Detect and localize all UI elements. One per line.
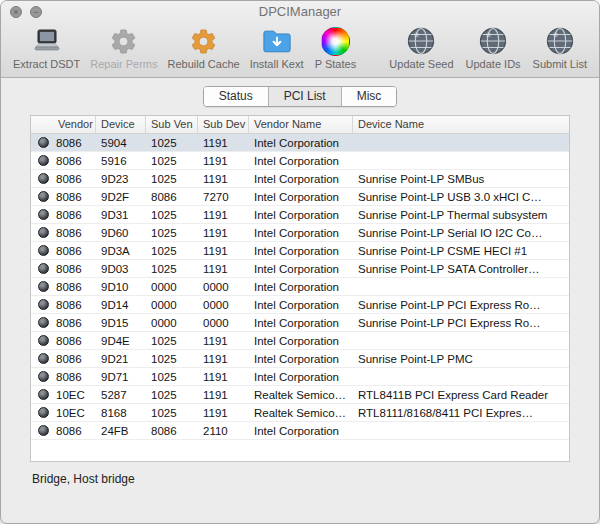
- table-cell-sub-ven: 1025: [146, 209, 198, 221]
- window-chrome: × − DPCIManager Extract DSDT: [1, 1, 599, 78]
- table-cell-vendor-name: Intel Corporation: [249, 155, 353, 167]
- table-cell-sub-ven: 1025: [146, 227, 198, 239]
- table-cell-vendor: 8086: [31, 137, 96, 149]
- table-row[interactable]: 8086 5904 1025 1191 Intel Corporation: [31, 134, 569, 152]
- table-cell-sub-ven: 8086: [146, 191, 198, 203]
- table-row[interactable]: 8086 24FB 8086 2110 Intel Corporation: [31, 422, 569, 440]
- column-header-sub-dev[interactable]: Sub Dev: [198, 116, 249, 133]
- table-cell-sub-ven: 1025: [146, 407, 198, 419]
- table-cell-vendor: 8086: [31, 371, 96, 383]
- p-states-button[interactable]: P States: [313, 25, 357, 70]
- toolbar: Extract DSDT Repair Perms Rebuild Cache: [1, 23, 599, 77]
- table-row[interactable]: 8086 9D14 0000 0000 Intel Corporation Su…: [31, 296, 569, 314]
- table-cell-device: 5916: [96, 155, 146, 167]
- table-cell-sub-dev: 1191: [198, 263, 249, 275]
- table-cell-vendor: 8086: [31, 191, 96, 203]
- table-row[interactable]: 8086 9D03 1025 1191 Intel Corporation Su…: [31, 260, 569, 278]
- table-cell-device-name: Sunrise Point-LP USB 3.0 xHCI C…: [353, 191, 569, 203]
- table-cell-sub-ven: 1025: [146, 155, 198, 167]
- table-cell-sub-ven: 1025: [146, 173, 198, 185]
- toolbar-item-label: Update IDs: [466, 58, 521, 70]
- device-icon: [38, 389, 49, 400]
- table-cell-device-name: Sunrise Point-LP PCI Express Ro…: [353, 317, 569, 329]
- table-cell-device-name: RTL8411B PCI Express Card Reader: [353, 389, 569, 401]
- table-cell-vendor: 8086: [31, 209, 96, 221]
- globe-icon: [406, 25, 436, 57]
- close-button[interactable]: ×: [10, 6, 22, 18]
- table-cell-vendor: 8086: [31, 299, 96, 311]
- table-cell-vendor-name: Intel Corporation: [249, 281, 353, 293]
- toolbar-item-label: P States: [315, 58, 356, 70]
- table-row[interactable]: 8086 9D31 1025 1191 Intel Corporation Su…: [31, 206, 569, 224]
- table-cell-device-name: Sunrise Point-LP PMC: [353, 353, 569, 365]
- table-cell-device: 9D60: [96, 227, 146, 239]
- table-row[interactable]: 10EC 5287 1025 1191 Realtek Semico… RTL8…: [31, 386, 569, 404]
- table-row[interactable]: 10EC 8168 1025 1191 Realtek Semico… RTL8…: [31, 404, 569, 422]
- table-header: Vendor Device Sub Ven Sub Dev Vendor Nam…: [31, 116, 569, 134]
- table-cell-sub-dev: 1191: [198, 245, 249, 257]
- table-cell-vendor: 8086: [31, 317, 96, 329]
- column-header-sub-ven[interactable]: Sub Ven: [146, 116, 198, 133]
- table-cell-device-name: Sunrise Point-LP Thermal subsystem: [353, 209, 569, 221]
- table-cell-device-name: Sunrise Point-LP SMBus: [353, 173, 569, 185]
- table-cell-sub-dev: 1191: [198, 155, 249, 167]
- device-icon: [38, 137, 49, 148]
- table-cell-vendor-name: Realtek Semico…: [249, 407, 353, 419]
- table-row[interactable]: 8086 9D23 1025 1191 Intel Corporation Su…: [31, 170, 569, 188]
- column-header-vendor[interactable]: Vendor: [31, 116, 96, 133]
- table-row[interactable]: 8086 9D21 1025 1191 Intel Corporation Su…: [31, 350, 569, 368]
- table-row[interactable]: 8086 9D3A 1025 1191 Intel Corporation Su…: [31, 242, 569, 260]
- table-row[interactable]: 8086 9D71 1025 1191 Intel Corporation: [31, 368, 569, 386]
- device-icon: [38, 227, 49, 238]
- tab-misc[interactable]: Misc: [341, 87, 397, 106]
- table-row[interactable]: 8086 9D15 0000 0000 Intel Corporation Su…: [31, 314, 569, 332]
- titlebar[interactable]: × − DPCIManager: [1, 1, 599, 23]
- table-body: 8086 5904 1025 1191 Intel Corporation 80…: [31, 134, 569, 461]
- traffic-lights: × −: [10, 6, 42, 18]
- update-ids-button[interactable]: Update IDs: [466, 25, 521, 70]
- device-icon: [38, 191, 49, 202]
- toolbar-item-label: Install Kext: [250, 58, 304, 70]
- toolbar-item-label: Rebuild Cache: [167, 58, 239, 70]
- dpcimanager-window: × − DPCIManager Extract DSDT: [0, 0, 600, 524]
- table-row[interactable]: 8086 9D60 1025 1191 Intel Corporation Su…: [31, 224, 569, 242]
- table-cell-device: 9D23: [96, 173, 146, 185]
- update-seed-button[interactable]: Update Seed: [389, 25, 453, 70]
- table-cell-sub-dev: 0000: [198, 281, 249, 293]
- segmented-control: Status PCI List Misc: [203, 86, 398, 107]
- table-cell-vendor: 8086: [31, 173, 96, 185]
- table-cell-sub-ven: 0000: [146, 299, 198, 311]
- column-header-vendor-name[interactable]: Vendor Name: [249, 116, 353, 133]
- table-row[interactable]: 8086 9D4E 1025 1191 Intel Corporation: [31, 332, 569, 350]
- table-row[interactable]: 8086 9D2F 8086 7270 Intel Corporation Su…: [31, 188, 569, 206]
- table-cell-vendor: 10EC: [31, 407, 96, 419]
- toolbar-right-group: Update Seed Update IDs: [389, 25, 587, 70]
- table-cell-vendor: 8086: [31, 281, 96, 293]
- tab-status[interactable]: Status: [204, 87, 268, 106]
- table-row[interactable]: 8086 5916 1025 1191 Intel Corporation: [31, 152, 569, 170]
- minimize-button[interactable]: −: [30, 6, 42, 18]
- table-row[interactable]: 8086 9D10 0000 0000 Intel Corporation: [31, 278, 569, 296]
- submit-list-button[interactable]: Submit List: [533, 25, 587, 70]
- repair-perms-button[interactable]: Repair Perms: [90, 25, 157, 70]
- table-cell-vendor: 8086: [31, 155, 96, 167]
- table-cell-vendor: 8086: [31, 245, 96, 257]
- table-cell-sub-dev: 7270: [198, 191, 249, 203]
- extract-dsdt-button[interactable]: Extract DSDT: [13, 25, 80, 70]
- table-cell-device: 5904: [96, 137, 146, 149]
- window-title: DPCIManager: [1, 1, 599, 23]
- rebuild-cache-button[interactable]: Rebuild Cache: [167, 25, 239, 70]
- table-cell-device: 5287: [96, 389, 146, 401]
- column-header-device-name[interactable]: Device Name: [353, 116, 569, 133]
- toolbar-item-label: Update Seed: [389, 58, 453, 70]
- table-cell-sub-dev: 0000: [198, 299, 249, 311]
- device-icon: [38, 263, 49, 274]
- table-cell-sub-ven: 1025: [146, 245, 198, 257]
- table-cell-sub-dev: 1191: [198, 227, 249, 239]
- column-header-device[interactable]: Device: [96, 116, 146, 133]
- install-kext-button[interactable]: Install Kext: [250, 25, 304, 70]
- table-cell-sub-ven: 1025: [146, 137, 198, 149]
- table-cell-vendor-name: Intel Corporation: [249, 425, 353, 437]
- tab-pci-list[interactable]: PCI List: [268, 87, 341, 106]
- table-cell-vendor: 8086: [31, 263, 96, 275]
